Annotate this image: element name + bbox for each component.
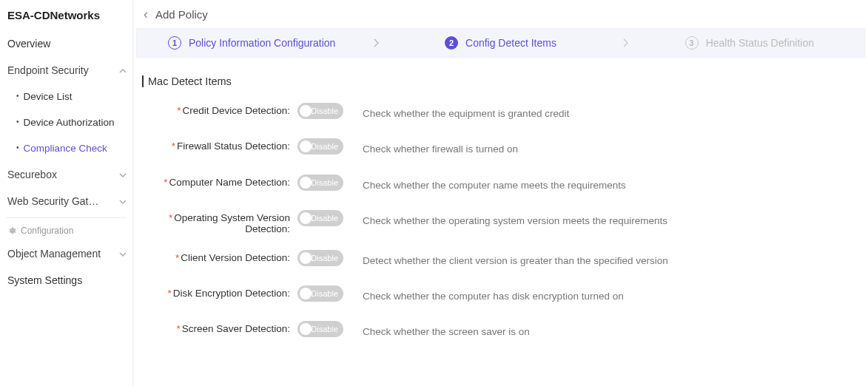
nav-system-settings[interactable]: System Settings <box>0 267 132 294</box>
nav-endpoint-label: Endpoint Security <box>7 64 89 76</box>
sidebar-item-label: Device List <box>24 91 125 102</box>
form-desc: Check whether the computer name meets th… <box>363 172 703 194</box>
row-client-version: *Client Version Detection: Disable Detec… <box>142 248 850 270</box>
content: Mac Detect Items *Credit Device Detectio… <box>133 58 868 355</box>
divider <box>6 217 127 218</box>
step-label: Config Detect Items <box>465 37 556 49</box>
nav-overview-label: Overview <box>7 38 50 50</box>
form-desc: Detect whether the client version is gre… <box>363 248 703 270</box>
page-title: Add Policy <box>155 8 208 21</box>
toggle-os-version[interactable]: Disable <box>297 210 343 226</box>
nav-object-mgmt-label: Object Management <box>7 248 101 260</box>
row-credit-device: *Credit Device Detection: Disable Check … <box>142 101 850 123</box>
form-label: *Firewall Status Detection: <box>142 136 297 152</box>
step-number: 3 <box>685 36 699 50</box>
chevron-up-icon <box>119 67 125 73</box>
toggle-client-version[interactable]: Disable <box>297 250 343 266</box>
step-number: 2 <box>445 36 458 50</box>
step-health-status[interactable]: 3 Health Status Definition <box>635 36 864 50</box>
toggle-credit-device[interactable]: Disable <box>297 103 343 119</box>
nav-web-security-gateway[interactable]: Web Security Gatew... <box>0 188 132 214</box>
gear-icon <box>7 226 16 235</box>
nav-system-settings-label: System Settings <box>7 274 82 286</box>
form-desc: Check whether the screen saver is on <box>363 319 703 341</box>
nav-endpoint-security[interactable]: Endpoint Security <box>0 57 132 84</box>
form-desc: Check whether firewall is turned on <box>363 136 703 158</box>
form-label: *Computer Name Detection: <box>142 172 297 188</box>
step-label: Policy Information Configuration <box>189 37 335 49</box>
step-policy-info[interactable]: 1 Policy Information Configuration <box>137 36 366 50</box>
nav-overview[interactable]: Overview <box>0 30 132 57</box>
chevron-down-icon <box>119 198 125 204</box>
back-icon[interactable]: ‹ <box>144 7 149 21</box>
step-number: 1 <box>168 36 181 50</box>
chevron-down-icon <box>119 251 125 257</box>
section-title: Mac Detect Items <box>142 75 850 87</box>
row-screen-saver: *Screen Saver Detection: Disable Check w… <box>142 319 850 341</box>
brand: ESA-CDNetworks <box>0 0 132 30</box>
chevron-right-icon <box>366 38 386 47</box>
form-desc: Check whether the operating system versi… <box>363 208 703 230</box>
form-desc: Check whether the equipment is granted c… <box>363 101 703 123</box>
toggle-screen-saver[interactable]: Disable <box>297 321 343 337</box>
nav-wsg-label: Web Security Gatew... <box>7 195 104 207</box>
sidebar-item-compliance-check[interactable]: Compliance Check <box>0 135 132 161</box>
nav-securebox[interactable]: Securebox <box>0 161 132 188</box>
nav-securebox-label: Securebox <box>7 169 57 180</box>
form-label: *Screen Saver Detection: <box>142 319 297 334</box>
form-label: *Operating System Version Detection: <box>142 208 297 234</box>
row-os-version: *Operating System Version Detection: Dis… <box>142 208 850 234</box>
sidebar-item-device-authorization[interactable]: Device Authorization <box>0 109 132 135</box>
row-disk-encryption: *Disk Encryption Detection: Disable Chec… <box>142 283 850 305</box>
step-config-detect[interactable]: 2 Config Detect Items <box>386 36 615 50</box>
toggle-firewall-status[interactable]: Disable <box>297 138 343 155</box>
sidebar-item-device-list[interactable]: Device List <box>0 84 132 109</box>
main: ‹ Add Policy 1 Policy Information Config… <box>133 0 868 386</box>
toggle-computer-name[interactable]: Disable <box>297 175 343 191</box>
form-label: *Credit Device Detection: <box>142 101 297 116</box>
nav-configuration[interactable]: Configuration <box>0 221 132 240</box>
nav-configuration-label: Configuration <box>21 226 73 236</box>
form-label: *Client Version Detection: <box>142 248 297 263</box>
step-label: Health Status Definition <box>706 37 814 49</box>
chevron-down-icon <box>119 172 125 177</box>
nav-object-management[interactable]: Object Management <box>0 240 132 267</box>
row-firewall-status: *Firewall Status Detection: Disable Chec… <box>142 136 850 158</box>
form-label: *Disk Encryption Detection: <box>142 283 297 299</box>
toggle-disk-encryption[interactable]: Disable <box>297 285 343 302</box>
stepper: 1 Policy Information Configuration 2 Con… <box>136 28 865 58</box>
row-computer-name: *Computer Name Detection: Disable Check … <box>142 172 850 194</box>
sidebar-item-label: Compliance Check <box>24 143 125 154</box>
chevron-right-icon <box>616 38 635 47</box>
sidebar-item-label: Device Authorization <box>24 117 125 128</box>
page-header: ‹ Add Policy <box>133 0 868 28</box>
sidebar: ESA-CDNetworks Overview Endpoint Securit… <box>0 0 133 386</box>
form-desc: Check whether the computer has disk encr… <box>363 283 703 305</box>
